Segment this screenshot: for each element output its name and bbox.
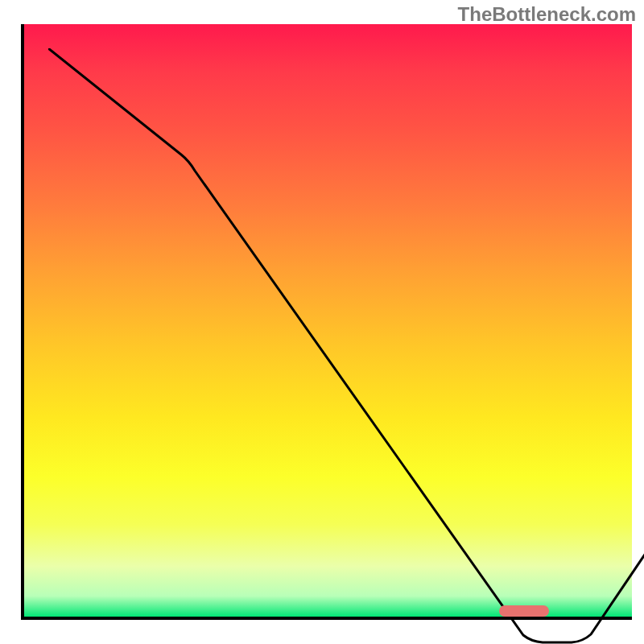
chart-container: TheBottleneck.com	[0, 0, 644, 644]
x-axis	[24, 617, 632, 620]
y-axis	[21, 24, 24, 620]
curve-svg	[48, 48, 644, 644]
watermark-text: TheBottleneck.com	[458, 3, 636, 26]
optimal-range-marker	[499, 605, 549, 617]
plot-area	[24, 24, 632, 620]
bottleneck-curve-path	[48, 48, 644, 642]
